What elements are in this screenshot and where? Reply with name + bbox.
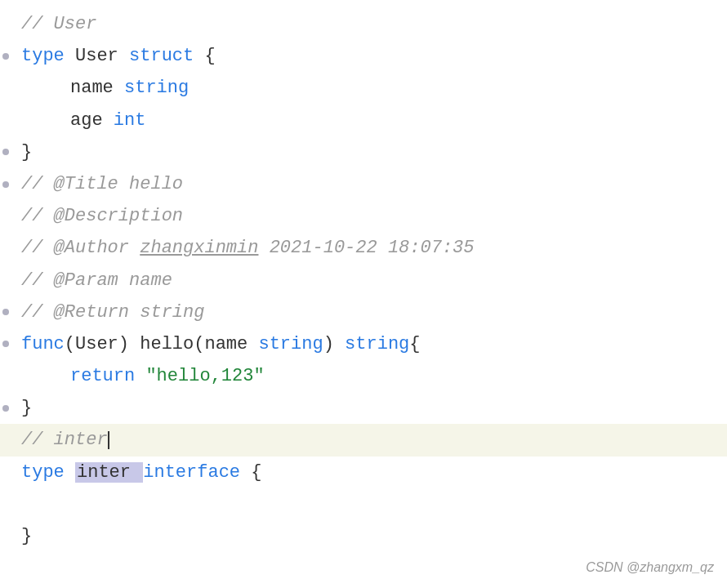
line-11: func(User) hello(name string) string{ [0, 328, 727, 360]
gutter-dot-13 [2, 405, 9, 412]
keyword-struct: struct [129, 46, 194, 66]
close-brace-3: } [21, 526, 32, 546]
line-8: // @Author zhangxinmin 2021-10-22 18:07:… [0, 232, 727, 264]
field-type-int: int [114, 110, 146, 131]
gutter-dot-5 [2, 149, 9, 155]
gutter-dot-10 [2, 309, 9, 315]
close-brace-1: } [21, 142, 32, 163]
line-16 [0, 488, 727, 520]
code-editor: // User type User struct { name string a… [0, 0, 727, 588]
comment-param: // @Param name [21, 270, 172, 291]
line-14: // inter [0, 424, 727, 456]
line-6: // @Title hello [0, 168, 727, 200]
func-close-paren: ) [118, 334, 129, 354]
interface-open-brace: { [251, 462, 261, 483]
line-15: type inter interface { [0, 457, 727, 488]
comment-user: // User [21, 14, 96, 34]
line-9: // @Param name [0, 265, 727, 296]
identifier-inter: inter [75, 462, 143, 483]
open-brace-1: { [204, 46, 215, 66]
keyword-type-1: type [21, 46, 65, 66]
func-receiver: User [75, 334, 118, 354]
line-7: // @Description [0, 200, 727, 232]
comment-title: // @Title hello [21, 174, 183, 194]
gutter-dot-11 [2, 341, 9, 347]
func-params-close: ) [323, 334, 334, 354]
comment-author-link: zhangxinmin [140, 238, 258, 258]
return-type-string: string [334, 334, 409, 354]
keyword-func: func [21, 334, 65, 354]
func-open-brace: { [409, 334, 420, 354]
gutter-dot-2 [2, 53, 9, 60]
string-value: "hello,123" [145, 366, 264, 386]
comment-author-prefix: // @Author [21, 238, 140, 258]
comment-desc: // @Description [21, 206, 183, 226]
func-name-hello: hello [129, 334, 194, 354]
keyword-interface: interface [143, 462, 240, 483]
line-4: age int [0, 105, 727, 136]
comment-author-date: 2021-10-22 18:07:35 [258, 238, 474, 258]
line-5: } [0, 136, 727, 168]
keyword-return: return [70, 366, 135, 386]
gutter-dot-6 [2, 181, 9, 188]
close-brace-2: } [21, 398, 32, 418]
param-type-string: string [248, 334, 323, 354]
field-name: name [70, 78, 114, 98]
func-open-paren: ( [65, 334, 75, 354]
line-10: // @Return string [0, 296, 727, 328]
field-age: age [70, 110, 103, 131]
keyword-type-2: type [21, 462, 65, 483]
comment-inter: // inter [21, 430, 108, 450]
comment-return: // @Return string [21, 302, 204, 323]
field-type-string: string [124, 78, 189, 98]
line-1: // User [0, 8, 727, 40]
line-13: } [0, 392, 727, 424]
line-3: name string [0, 72, 727, 104]
param-name: name [204, 334, 248, 354]
line-17: } [0, 520, 727, 552]
watermark: CSDN @zhangxm_qz [586, 557, 714, 578]
struct-name-user: User [75, 46, 129, 66]
text-cursor [108, 431, 109, 449]
func-params-open: ( [194, 334, 204, 354]
line-2: type User struct { [0, 40, 727, 72]
line-12: return "hello,123" [0, 360, 727, 392]
